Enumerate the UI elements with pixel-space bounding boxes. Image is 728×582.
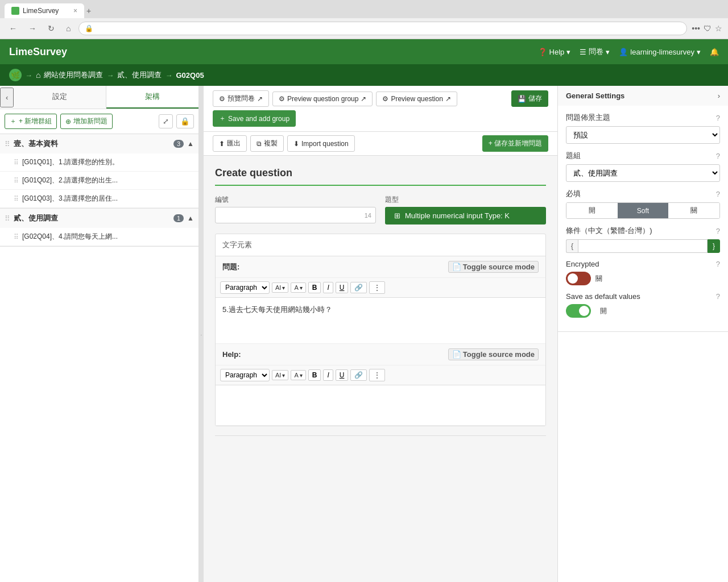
help-font-size-selector[interactable]: AI ▾	[272, 370, 288, 380]
more-options-editor-button[interactable]: ⋮	[369, 281, 385, 294]
help-italic-button[interactable]: I	[323, 369, 333, 381]
save-add-group-button[interactable]: ＋ Save and add group	[213, 110, 296, 127]
pocket-button[interactable]: 🛡	[704, 24, 712, 33]
group-header-2[interactable]: ⠿ 貳、使用調查 1 ▲	[0, 209, 198, 228]
back-button[interactable]: ←	[6, 23, 20, 34]
toggle-source-help[interactable]: 📄 Toggle source mode	[448, 348, 539, 360]
copy-button[interactable]: ⧉ 複製	[250, 135, 284, 152]
toggle-source-question[interactable]: 📄 Toggle source mode	[448, 261, 539, 273]
question-item-g02q04[interactable]: ⠿ [G02Q04]、4.請問您每天上網...	[0, 228, 198, 246]
encrypted-toggle-switch[interactable]	[566, 272, 591, 285]
help-button[interactable]: ❓ Help ▾	[538, 48, 571, 56]
mandatory-option-soft[interactable]: Soft	[618, 203, 669, 218]
paragraph-select[interactable]: Paragraph	[220, 281, 270, 294]
group-expand-1[interactable]: ▲	[187, 140, 194, 148]
group-title-2: 貳、使用調查	[14, 213, 170, 223]
question-drag-2: ⠿	[14, 177, 19, 185]
preview-survey-button[interactable]: ⚙ 預覽問卷 ↗	[213, 90, 269, 107]
code-group: 編號 G02Q05 14	[215, 195, 376, 223]
condition-help-icon[interactable]: ?	[716, 227, 720, 235]
user-button[interactable]: 👤 learning-limesurvey ▾	[619, 48, 701, 56]
help-paragraph-select[interactable]: Paragraph	[220, 369, 270, 381]
url-input[interactable]: https://limesurvey.imacat.idv.tw/index.p…	[97, 24, 681, 32]
gear-icon: ⚙	[219, 95, 225, 103]
help-more-options-button[interactable]: ⋮	[369, 369, 385, 381]
link-button[interactable]: 🔗	[350, 282, 367, 293]
group-expand-2[interactable]: ▲	[187, 214, 194, 222]
create-question-area: Create question 編號 G02Q05 14 題型 ⊞ Multip…	[204, 156, 557, 456]
forward-button[interactable]: →	[25, 23, 40, 34]
help-label-text: Help:	[222, 350, 241, 359]
font-size-selector[interactable]: AI ▾	[272, 282, 288, 293]
save-default-toggle-switch[interactable]	[566, 304, 591, 318]
close-tab-button[interactable]: ×	[73, 7, 77, 15]
question-label: 問題:	[222, 262, 239, 272]
more-options-button[interactable]: •••	[692, 24, 700, 33]
preview-question-button[interactable]: ⚙ Preview question ↗	[376, 92, 457, 106]
main-layout: ‹ 設定 架構 ＋ + 新增群組 ⊕ 增加新問題 ⤢ 🔒 ⠿	[0, 86, 728, 582]
text-elements-box: 文字元素 問題: 📄 Toggle source mode Paragraph	[215, 234, 546, 426]
sidebar: ‹ 設定 架構 ＋ + 新增群組 ⊕ 增加新問題 ⤢ 🔒 ⠿	[0, 86, 199, 582]
bookmark-button[interactable]: ☆	[715, 24, 722, 33]
app-logo[interactable]: LimeSurvey	[9, 46, 67, 58]
breadcrumb-item1[interactable]: 網站使用問卷調查	[44, 70, 103, 80]
notifications-button[interactable]: 🔔	[710, 48, 719, 56]
question-content[interactable]: 5.過去七天每天使用網站幾小時？	[216, 298, 545, 343]
breadcrumb-item3[interactable]: G02Q05	[176, 71, 204, 80]
tab-structure[interactable]: 架構	[106, 86, 198, 109]
encrypted-help-icon[interactable]: ?	[716, 260, 720, 268]
group-help-icon[interactable]: ?	[716, 152, 720, 160]
save-add-question-button[interactable]: + 儲存並新增問題	[482, 135, 548, 152]
bold-button[interactable]: B	[308, 282, 321, 293]
preview-question-label: Preview question	[391, 95, 442, 103]
question-item-g01q01[interactable]: ⠿ [G01Q01]、1.請選擇您的性別。	[0, 153, 198, 172]
lock-button[interactable]: 🔒	[176, 114, 194, 128]
save-default-label-row: Save as default values ?	[566, 292, 720, 301]
save-button[interactable]: 💾 儲存	[511, 90, 548, 107]
expand-all-button[interactable]: ⤢	[159, 114, 173, 128]
home-icon[interactable]: ⌂	[36, 70, 40, 80]
group-header-1[interactable]: ⠿ 壹、基本資料 3 ▲	[0, 134, 198, 153]
mandatory-help-icon[interactable]: ?	[716, 190, 720, 198]
save-default-help-icon[interactable]: ?	[716, 292, 720, 301]
browser-actions: ••• 🛡 ☆	[692, 24, 722, 33]
help-underline-button[interactable]: U	[336, 369, 349, 381]
address-bar[interactable]: 🔒 https://limesurvey.imacat.idv.tw/index…	[78, 22, 687, 35]
code-input[interactable]: G02Q05	[215, 207, 376, 223]
mandatory-row: 必填 ? 開 Soft 關	[566, 189, 720, 219]
help-bold-button[interactable]: B	[308, 369, 321, 381]
theme-label-row: 問題佈景主題 ?	[566, 113, 720, 123]
tab-settings[interactable]: 設定	[14, 86, 106, 109]
theme-help-icon[interactable]: ?	[716, 114, 720, 122]
help-link-button[interactable]: 🔗	[350, 369, 367, 381]
condition-input[interactable]	[578, 239, 708, 253]
new-tab-button[interactable]: +	[86, 6, 91, 15]
sidebar-collapse-button[interactable]: ‹	[0, 88, 14, 107]
question-item-g01q02[interactable]: ⠿ [G01Q02]、2.請選擇您的出生...	[0, 172, 198, 190]
condition-label-row: 條件（中文（繁體-台灣）) ?	[566, 226, 720, 236]
preview-group-button[interactable]: ⚙ Preview question group ↗	[272, 92, 373, 106]
add-question-button[interactable]: ⊕ 增加新問題	[60, 114, 113, 129]
sidebar-resize-handle[interactable]: ·	[199, 86, 204, 582]
group-select[interactable]: 貳、使用調查	[566, 164, 720, 182]
italic-button[interactable]: I	[323, 282, 333, 293]
survey-button[interactable]: ☰ 問卷 ▾	[580, 47, 610, 57]
reload-button[interactable]: ↻	[44, 23, 58, 34]
group-drag-handle-1: ⠿	[5, 140, 10, 148]
theme-select[interactable]: 預設	[566, 126, 720, 144]
help-font-color-selector[interactable]: A ▾	[291, 370, 305, 380]
question-item-g01q03[interactable]: ⠿ [G01Q03]、3.請選擇您的居住...	[0, 190, 198, 208]
question-type-button[interactable]: ⊞ Multiple numerical input Type: K	[385, 207, 546, 225]
mandatory-option-on[interactable]: 開	[566, 203, 618, 218]
export-button[interactable]: ⬆ 匯出	[213, 135, 247, 152]
breadcrumb-item2[interactable]: 貳、使用調查	[117, 70, 162, 80]
import-button[interactable]: ⬇ Import question	[287, 135, 355, 152]
add-group-label: + 新增群組	[19, 117, 52, 126]
add-group-button[interactable]: ＋ + 新增群組	[5, 114, 57, 129]
font-color-selector[interactable]: A ▾	[291, 282, 305, 293]
general-settings-header[interactable]: General Settings ›	[558, 86, 728, 106]
mandatory-option-off[interactable]: 關	[668, 203, 719, 218]
help-content[interactable]	[216, 385, 545, 425]
underline-button[interactable]: U	[336, 282, 349, 293]
home-button[interactable]: ⌂	[63, 23, 74, 34]
